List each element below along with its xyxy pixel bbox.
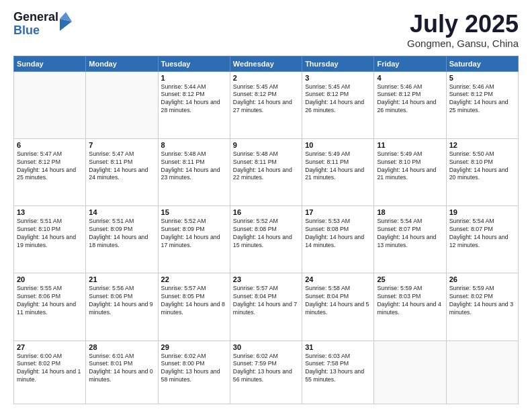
calendar-cell: 21Sunrise: 5:56 AMSunset: 8:06 PMDayligh… (86, 273, 158, 340)
logo-text: General Blue (13, 11, 58, 38)
calendar-cell: 23Sunrise: 5:57 AMSunset: 8:04 PMDayligh… (230, 273, 302, 340)
day-info: Sunrise: 5:45 AMSunset: 8:12 PMDaylight:… (233, 83, 299, 116)
calendar-cell: 15Sunrise: 5:52 AMSunset: 8:09 PMDayligh… (158, 206, 230, 273)
day-number: 6 (17, 141, 83, 149)
day-info: Sunrise: 5:52 AMSunset: 8:08 PMDaylight:… (233, 218, 299, 250)
day-info: Sunrise: 6:01 AMSunset: 8:01 PMDaylight:… (89, 353, 154, 385)
day-number: 21 (89, 275, 154, 283)
calendar-week-row: 20Sunrise: 5:55 AMSunset: 8:06 PMDayligh… (14, 273, 519, 340)
day-number: 20 (17, 275, 83, 283)
day-info: Sunrise: 5:47 AMSunset: 8:12 PMDaylight:… (17, 150, 83, 183)
day-info: Sunrise: 5:57 AMSunset: 8:04 PMDaylight:… (233, 285, 299, 317)
calendar-cell: 28Sunrise: 6:01 AMSunset: 8:01 PMDayligh… (86, 340, 158, 404)
day-info: Sunrise: 6:00 AMSunset: 8:02 PMDaylight:… (17, 353, 83, 385)
calendar-cell: 18Sunrise: 5:54 AMSunset: 8:07 PMDayligh… (374, 206, 446, 273)
day-number: 19 (449, 208, 515, 216)
day-info: Sunrise: 5:59 AMSunset: 8:02 PMDaylight:… (449, 285, 515, 317)
day-number: 14 (89, 208, 154, 216)
day-info: Sunrise: 5:47 AMSunset: 8:11 PMDaylight:… (89, 150, 154, 183)
day-info: Sunrise: 5:52 AMSunset: 8:09 PMDaylight:… (161, 218, 227, 250)
day-number: 13 (17, 208, 83, 216)
day-number: 31 (305, 343, 371, 351)
calendar-cell: 5Sunrise: 5:46 AMSunset: 8:12 PMDaylight… (446, 71, 518, 138)
calendar-cell: 6Sunrise: 5:47 AMSunset: 8:12 PMDaylight… (14, 138, 86, 205)
calendar-cell: 11Sunrise: 5:49 AMSunset: 8:10 PMDayligh… (374, 138, 446, 205)
calendar-cell: 25Sunrise: 5:59 AMSunset: 8:03 PMDayligh… (374, 273, 446, 340)
day-number: 18 (377, 208, 443, 216)
day-info: Sunrise: 5:45 AMSunset: 8:12 PMDaylight:… (305, 83, 371, 116)
calendar-cell: 14Sunrise: 5:51 AMSunset: 8:09 PMDayligh… (86, 206, 158, 273)
calendar-week-row: 13Sunrise: 5:51 AMSunset: 8:10 PMDayligh… (14, 206, 519, 273)
day-number: 26 (449, 275, 515, 283)
day-info: Sunrise: 5:57 AMSunset: 8:05 PMDaylight:… (161, 285, 227, 317)
title-block: July 2025 Gongmen, Gansu, China (407, 11, 519, 49)
day-number: 5 (449, 74, 515, 82)
calendar-header-row: SundayMondayTuesdayWednesdayThursdayFrid… (14, 56, 519, 71)
calendar-cell: 24Sunrise: 5:58 AMSunset: 8:04 PMDayligh… (302, 273, 374, 340)
day-number: 3 (305, 74, 371, 82)
calendar-cell: 2Sunrise: 5:45 AMSunset: 8:12 PMDaylight… (230, 71, 302, 138)
day-number: 9 (233, 141, 299, 149)
day-number: 29 (161, 343, 227, 351)
logo-icon (60, 12, 72, 31)
day-info: Sunrise: 5:58 AMSunset: 8:04 PMDaylight:… (305, 285, 371, 317)
day-info: Sunrise: 5:53 AMSunset: 8:08 PMDaylight:… (305, 218, 371, 250)
calendar-week-row: 27Sunrise: 6:00 AMSunset: 8:02 PMDayligh… (14, 340, 519, 404)
day-number: 12 (449, 141, 515, 149)
day-number: 25 (377, 275, 443, 283)
calendar-cell: 19Sunrise: 5:54 AMSunset: 8:07 PMDayligh… (446, 206, 518, 273)
header: General Blue July 2025 Gongmen, Gansu, C… (13, 11, 519, 49)
day-number: 15 (161, 208, 227, 216)
day-number: 2 (233, 74, 299, 82)
day-info: Sunrise: 6:03 AMSunset: 7:58 PMDaylight:… (305, 353, 371, 385)
day-number: 17 (305, 208, 371, 216)
day-number: 28 (89, 343, 154, 351)
month-title: July 2025 (407, 11, 519, 38)
day-number: 8 (161, 141, 227, 149)
day-number: 4 (377, 74, 443, 82)
day-header-saturday: Saturday (446, 56, 518, 71)
day-number: 22 (161, 275, 227, 283)
day-info: Sunrise: 5:44 AMSunset: 8:12 PMDaylight:… (161, 83, 227, 116)
day-header-thursday: Thursday (302, 56, 374, 71)
day-info: Sunrise: 6:02 AMSunset: 8:00 PMDaylight:… (161, 353, 227, 385)
calendar-cell: 4Sunrise: 5:46 AMSunset: 8:12 PMDaylight… (374, 71, 446, 138)
day-info: Sunrise: 5:56 AMSunset: 8:06 PMDaylight:… (89, 285, 154, 317)
day-header-wednesday: Wednesday (230, 56, 302, 71)
calendar-cell (446, 340, 518, 404)
calendar-cell: 22Sunrise: 5:57 AMSunset: 8:05 PMDayligh… (158, 273, 230, 340)
calendar-cell: 1Sunrise: 5:44 AMSunset: 8:12 PMDaylight… (158, 71, 230, 138)
calendar-cell: 12Sunrise: 5:50 AMSunset: 8:10 PMDayligh… (446, 138, 518, 205)
day-info: Sunrise: 5:59 AMSunset: 8:03 PMDaylight:… (377, 285, 443, 317)
calendar-cell (86, 71, 158, 138)
day-info: Sunrise: 5:49 AMSunset: 8:10 PMDaylight:… (377, 150, 443, 183)
day-info: Sunrise: 5:55 AMSunset: 8:06 PMDaylight:… (17, 285, 83, 317)
day-info: Sunrise: 5:49 AMSunset: 8:11 PMDaylight:… (305, 150, 371, 183)
calendar-cell: 30Sunrise: 6:02 AMSunset: 7:59 PMDayligh… (230, 340, 302, 404)
calendar-cell: 8Sunrise: 5:48 AMSunset: 8:11 PMDaylight… (158, 138, 230, 205)
day-header-tuesday: Tuesday (158, 56, 230, 71)
day-info: Sunrise: 5:51 AMSunset: 8:10 PMDaylight:… (17, 218, 83, 250)
logo-blue: Blue (13, 24, 58, 38)
day-number: 7 (89, 141, 154, 149)
calendar-cell (374, 340, 446, 404)
calendar-table: SundayMondayTuesdayWednesdayThursdayFrid… (13, 56, 519, 404)
calendar-cell: 31Sunrise: 6:03 AMSunset: 7:58 PMDayligh… (302, 340, 374, 404)
calendar-cell: 10Sunrise: 5:49 AMSunset: 8:11 PMDayligh… (302, 138, 374, 205)
calendar-cell: 13Sunrise: 5:51 AMSunset: 8:10 PMDayligh… (14, 206, 86, 273)
calendar-cell: 3Sunrise: 5:45 AMSunset: 8:12 PMDaylight… (302, 71, 374, 138)
day-info: Sunrise: 5:54 AMSunset: 8:07 PMDaylight:… (377, 218, 443, 250)
calendar-cell: 7Sunrise: 5:47 AMSunset: 8:11 PMDaylight… (86, 138, 158, 205)
location-title: Gongmen, Gansu, China (407, 38, 519, 49)
day-number: 23 (233, 275, 299, 283)
logo: General Blue (13, 11, 72, 38)
day-header-monday: Monday (86, 56, 158, 71)
calendar-week-row: 1Sunrise: 5:44 AMSunset: 8:12 PMDaylight… (14, 71, 519, 138)
day-info: Sunrise: 5:46 AMSunset: 8:12 PMDaylight:… (377, 83, 443, 116)
day-number: 1 (161, 74, 227, 82)
calendar-cell: 17Sunrise: 5:53 AMSunset: 8:08 PMDayligh… (302, 206, 374, 273)
day-header-friday: Friday (374, 56, 446, 71)
day-info: Sunrise: 5:48 AMSunset: 8:11 PMDaylight:… (233, 150, 299, 183)
calendar-cell: 27Sunrise: 6:00 AMSunset: 8:02 PMDayligh… (14, 340, 86, 404)
calendar-cell: 29Sunrise: 6:02 AMSunset: 8:00 PMDayligh… (158, 340, 230, 404)
